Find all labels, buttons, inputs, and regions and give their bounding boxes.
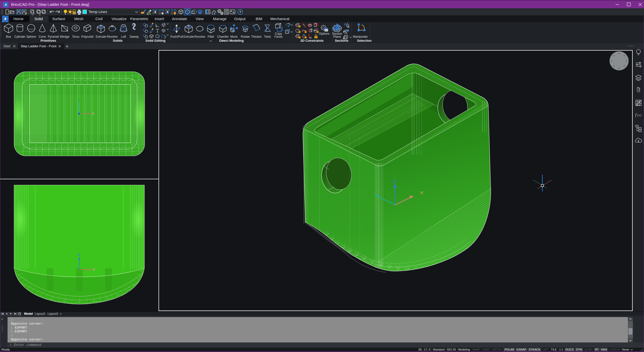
svg-text:Wedge: Wedge xyxy=(60,35,69,38)
svg-text:Move: Move xyxy=(230,35,238,38)
svg-text:Extrude: Extrude xyxy=(96,35,106,38)
svg-text:Chamfer: Chamfer xyxy=(217,35,229,38)
svg-text:Plane: Plane xyxy=(333,35,341,38)
svg-text:f: f xyxy=(635,112,637,117)
svg-text:Revolve: Revolve xyxy=(194,35,205,38)
svg-text:Cone: Cone xyxy=(39,35,46,38)
svg-text:Thicken: Thicken xyxy=(251,35,262,38)
svg-text:Twist: Twist xyxy=(264,35,271,38)
svg-text:Loft: Loft xyxy=(121,35,126,38)
svg-text:Temp Lines: Temp Lines xyxy=(89,10,107,14)
svg-text:Push/Pull: Push/Pull xyxy=(170,35,183,38)
svg-text:Options: Options xyxy=(319,32,329,35)
svg-text:Sweep: Sweep xyxy=(130,35,139,38)
svg-text:Fillet: Fillet xyxy=(208,35,214,38)
svg-text:Sphere: Sphere xyxy=(26,35,36,38)
svg-text:Polysolid: Polysolid xyxy=(81,35,93,38)
svg-text:Torus: Torus xyxy=(72,35,79,38)
svg-text:Manipulate: Manipulate xyxy=(353,35,368,38)
svg-text:Extrude: Extrude xyxy=(183,35,194,38)
svg-text:Pyramid: Pyramid xyxy=(48,35,59,38)
svg-text:?: ? xyxy=(239,10,241,14)
svg-text:Rotate: Rotate xyxy=(241,35,250,38)
svg-text:Box: Box xyxy=(6,35,11,38)
svg-text:Revolve: Revolve xyxy=(107,35,118,38)
svg-text:x: x xyxy=(638,113,640,117)
svg-text:): ) xyxy=(640,113,641,117)
svg-text:Faces: Faces xyxy=(274,35,283,38)
svg-text:(: ( xyxy=(637,113,638,117)
svg-text:Cylinder: Cylinder xyxy=(14,35,25,38)
